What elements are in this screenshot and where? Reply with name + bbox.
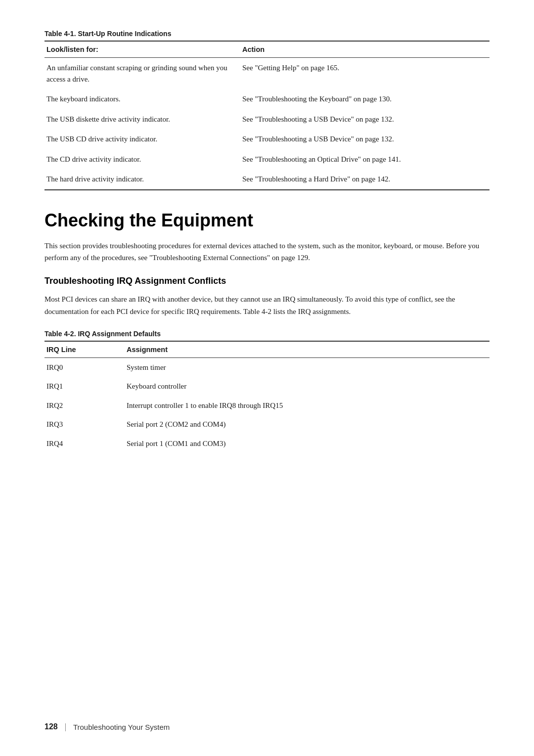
section-body: This section provides troubleshooting pr…: [44, 240, 490, 265]
table1-action-cell: See "Troubleshooting an Optical Drive" o…: [240, 149, 490, 170]
irq-assignment-cell: Interrupt controller 1 to enable IRQ8 th…: [125, 396, 490, 415]
table1-look-cell: The hard drive activity indicator.: [44, 169, 240, 190]
section-title: Checking the Equipment: [44, 210, 490, 231]
footer-title: Troubleshooting Your System: [73, 723, 170, 731]
table-row: IRQ4Serial port 1 (COM1 and COM3): [44, 434, 490, 453]
table1-action-cell: See "Troubleshooting a USB Device" on pa…: [240, 109, 490, 130]
table1: Look/listen for: Action An unfamiliar co…: [44, 41, 490, 190]
page-footer: 128 | Troubleshooting Your System: [44, 722, 490, 731]
table2: IRQ Line Assignment IRQ0System timerIRQ1…: [44, 341, 490, 453]
irq-assignment-cell: System timer: [125, 357, 490, 377]
page-number: 128: [44, 722, 58, 731]
irq-line-cell: IRQ1: [44, 377, 125, 396]
table-row: IRQ3Serial port 2 (COM2 and COM4): [44, 415, 490, 434]
irq-assignment-cell: Serial port 2 (COM2 and COM4): [125, 415, 490, 434]
table2-caption: Table 4-2. IRQ Assignment Defaults: [44, 330, 490, 338]
table1-look-cell: An unfamiliar constant scraping or grind…: [44, 58, 240, 89]
table1-look-cell: The CD drive activity indicator.: [44, 149, 240, 170]
table-row: IRQ2Interrupt controller 1 to enable IRQ…: [44, 396, 490, 415]
table1-caption: Table 4-1. Start-Up Routine Indications: [44, 30, 490, 38]
irq-line-cell: IRQ2: [44, 396, 125, 415]
table-row: The USB diskette drive activity indicato…: [44, 109, 490, 130]
irq-line-cell: IRQ0: [44, 357, 125, 377]
irq-line-cell: IRQ4: [44, 434, 125, 453]
table-row: The USB CD drive activity indicator.See …: [44, 129, 490, 149]
table1-action-cell: See "Troubleshooting a Hard Drive" on pa…: [240, 169, 490, 190]
irq-assignment-cell: Serial port 1 (COM1 and COM3): [125, 434, 490, 453]
table-row: The hard drive activity indicator.See "T…: [44, 169, 490, 190]
table-row: IRQ0System timer: [44, 357, 490, 377]
subsection-title: Troubleshooting IRQ Assignment Conflicts: [44, 276, 490, 286]
table1-action-cell: See "Getting Help" on page 165.: [240, 58, 490, 89]
table-row: An unfamiliar constant scraping or grind…: [44, 58, 490, 89]
irq-line-cell: IRQ3: [44, 415, 125, 434]
table1-look-cell: The keyboard indicators.: [44, 89, 240, 109]
irq-assignment-cell: Keyboard controller: [125, 377, 490, 396]
table1-look-cell: The USB diskette drive activity indicato…: [44, 109, 240, 130]
table2-header-col1: IRQ Line: [44, 341, 125, 358]
table-row: The CD drive activity indicator.See "Tro…: [44, 149, 490, 170]
table-row: The keyboard indicators.See "Troubleshoo…: [44, 89, 490, 109]
subsection-body: Most PCI devices can share an IRQ with a…: [44, 293, 490, 318]
table1-look-cell: The USB CD drive activity indicator.: [44, 129, 240, 149]
footer-separator: |: [65, 722, 66, 731]
table-row: IRQ1Keyboard controller: [44, 377, 490, 396]
table2-header-col2: Assignment: [125, 341, 490, 358]
table1-header-col2: Action: [240, 41, 490, 58]
table1-action-cell: See "Troubleshooting the Keyboard" on pa…: [240, 89, 490, 109]
table1-action-cell: See "Troubleshooting a USB Device" on pa…: [240, 129, 490, 149]
table1-header-col1: Look/listen for:: [44, 41, 240, 58]
